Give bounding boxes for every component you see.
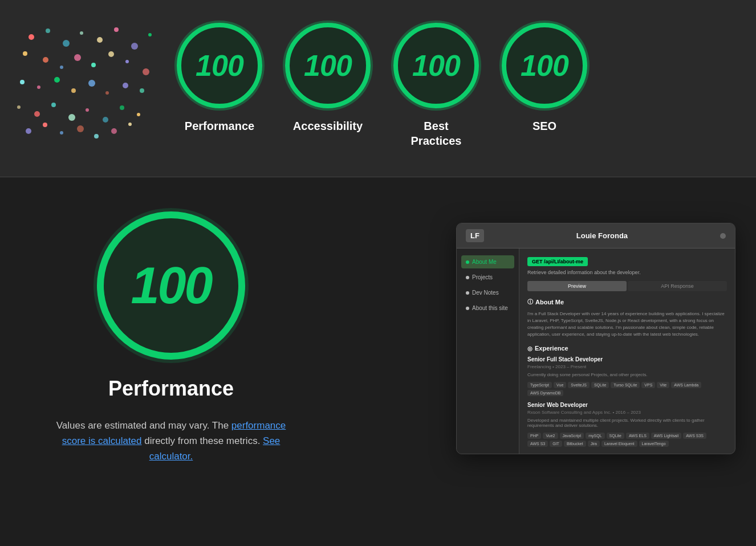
nav-dot (466, 307, 469, 310)
skill-tag: Turso SQLite (611, 382, 640, 388)
score-label-performance: Performance (185, 119, 254, 133)
sidebar-nav-projects[interactable]: Projects (461, 271, 514, 284)
app-content: GET /api/LI/about-me Retrieve detailed i… (519, 248, 735, 454)
app-logo: LF (466, 229, 484, 242)
particle-dot (103, 117, 108, 123)
particle-dot (140, 88, 144, 93)
description-text: Values are estimated and may vary. The p… (51, 418, 291, 464)
particle-dot (97, 37, 103, 43)
particle-dot (91, 63, 96, 67)
score-value-best-practices: 100 (412, 48, 460, 83)
particle-dot (71, 88, 76, 93)
score-value-accessibility: 100 (304, 48, 352, 83)
particle-dot (60, 131, 63, 135)
job1-desc: Currently doing some personal Projects, … (527, 372, 727, 377)
content-tabs: Preview API Response (527, 281, 727, 291)
particle-dot (60, 66, 63, 69)
sidebar-nav-dev-notes[interactable]: Dev Notes (461, 286, 514, 299)
skill-tag: SQLite (607, 433, 624, 439)
skill-tag: Bitbucket (564, 441, 586, 447)
app-title: Louie Foronda (576, 231, 628, 240)
skill-tag: Jira (588, 441, 600, 447)
job1-tags: TypeScriptVueSvelteJSSQLiteTurso SQLiteV… (527, 382, 727, 396)
job1-title: Senior Full Stack Developer (527, 356, 727, 362)
score-item-seo: 100SEO (490, 23, 599, 133)
particle-dot (29, 34, 34, 40)
dots-visualization (11, 23, 160, 137)
particle-dot (111, 128, 117, 134)
skill-tag: JavaScript (560, 433, 584, 439)
particle-dot (43, 57, 48, 63)
desc-static-2: directly from these metrics. (144, 435, 263, 446)
particle-dot (17, 105, 21, 109)
particle-dot (120, 105, 124, 110)
particle-dot (108, 51, 114, 57)
particle-dot (105, 91, 109, 95)
top-section: 100Performance100Accessibility100Best Pr… (0, 0, 756, 177)
score-value-performance: 100 (196, 48, 243, 83)
particle-dot (125, 60, 129, 63)
particle-dot (86, 108, 89, 112)
particle-dot (54, 77, 60, 83)
screenshot-body: About MeProjectsDev NotesAbout this site… (457, 248, 735, 454)
big-score-label: Performance (108, 377, 234, 401)
particle-dot (63, 40, 70, 47)
particle-dot (46, 28, 50, 33)
nav-label: About this site (472, 305, 508, 311)
job2-desc: Developed and maintained multiple client… (527, 418, 727, 428)
desc-static-1: Values are estimated and may vary. The (56, 420, 231, 431)
nav-dot (466, 291, 469, 295)
skill-tag: AWS ELS (626, 433, 649, 439)
skill-tag: Vite (657, 382, 669, 388)
header-dot (720, 233, 726, 239)
app-sidebar: About MeProjectsDev NotesAbout this site (457, 248, 519, 454)
sidebar-nav-about-this-site[interactable]: About this site (461, 301, 514, 315)
job2-tags: PHPVue2JavaScriptmySQLSQLiteAWS ELSAWS L… (527, 433, 727, 447)
skill-tag: PHP (527, 433, 541, 439)
particle-dot (68, 114, 75, 121)
particle-dot (80, 31, 83, 35)
particle-dot (123, 83, 128, 88)
endpoint-subtitle: Retrieve detailed information about the … (527, 270, 727, 275)
skill-tag: GIT (550, 441, 562, 447)
about-icon: ⓘ (527, 298, 533, 306)
score-item-performance: 100Performance (165, 23, 274, 133)
big-score-circle: 100 (97, 211, 245, 360)
nav-dot (466, 260, 469, 264)
score-value-seo: 100 (521, 48, 568, 83)
skill-tag: mySQL (586, 433, 604, 439)
score-circle-accessibility: 100 (285, 23, 371, 108)
skill-tag: AWS S3 (527, 441, 548, 447)
about-paragraph: I'm a Full Stack Developer with over 14 … (527, 311, 727, 338)
nav-label: About Me (472, 259, 497, 265)
exp-icon: ◎ (527, 345, 533, 352)
nav-label: Projects (472, 274, 493, 280)
particle-dot (128, 123, 132, 126)
particle-dot (74, 54, 81, 61)
tab-api-response[interactable]: API Response (628, 281, 727, 291)
particle-dot (88, 80, 95, 87)
particle-dot (143, 68, 149, 75)
skill-tag: AWS S3S (683, 433, 706, 439)
particle-dot (20, 80, 25, 84)
skill-tag: AWS Lambda (671, 382, 701, 388)
skill-tag: SvelteJS (568, 382, 590, 388)
big-score-number: 100 (131, 256, 211, 315)
particle-dot (51, 103, 56, 107)
skill-tag: LaravelTengo (639, 441, 669, 447)
nav-label: Dev Notes (472, 290, 499, 296)
skill-tag: VPS (641, 382, 655, 388)
skill-tag: AWS DynamoDB (527, 390, 563, 396)
nav-dot (466, 276, 469, 279)
scores-row: 100Performance100Accessibility100Best Pr… (165, 23, 599, 148)
particle-dot (131, 43, 138, 50)
skill-tag: Vue (554, 382, 566, 388)
sidebar-nav-about-me[interactable]: About Me (461, 255, 514, 268)
tab-preview[interactable]: Preview (527, 281, 627, 291)
screenshot-header: LF Louie Foronda (457, 223, 735, 248)
exp-section-title: ◎ Experience (527, 345, 727, 352)
screenshot-panel: LF Louie Foronda About MeProjectsDev Not… (456, 211, 735, 454)
particle-dot (148, 33, 152, 36)
score-label-accessibility: Accessibility (293, 119, 363, 133)
skill-tag: Laravel Eloquent (601, 441, 637, 447)
